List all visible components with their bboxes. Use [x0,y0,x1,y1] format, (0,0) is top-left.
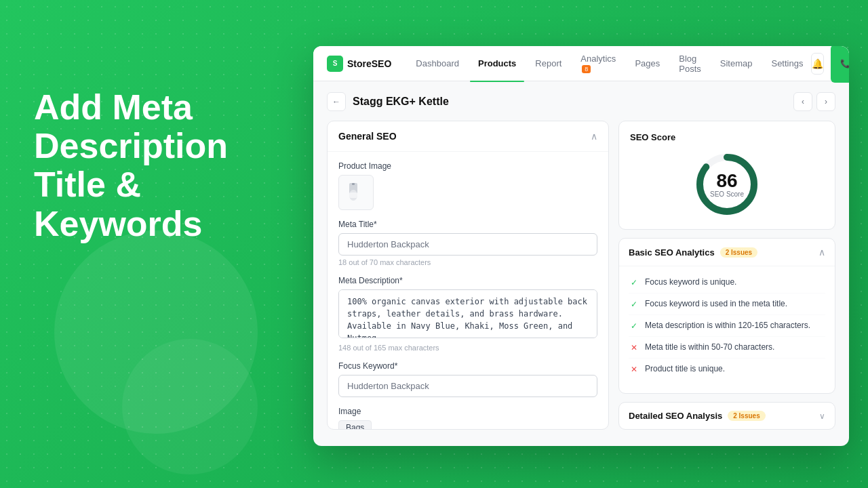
logo-text: StoreSEO [347,58,391,69]
bg-circle-2 [122,339,258,474]
detailed-title-row: Detailed SEO Analysis 2 Issues [629,411,766,421]
analytics-body: ✓ Focus keyword is unique. ✓ Focus keywo… [619,266,835,385]
meta-description-char-count: 148 out of 165 max characters [338,344,597,352]
image-label: Image [338,407,597,416]
panel-collapse-toggle[interactable]: ∧ [591,131,597,142]
logo-icon: S [327,56,343,72]
check-item-2: ✓ Focus keyword is used in the meta titl… [629,293,825,315]
score-circle: 86 SEO Score [693,150,761,218]
meta-title-char-count: 18 out of 70 max characters [338,258,597,266]
check-item-5: ✕ Product title is unique. [629,359,825,380]
check-icon-5: ✕ [629,364,639,375]
score-text: 86 SEO Score [693,150,761,218]
meta-description-label: Meta Description* [338,276,597,285]
seo-score-title: SEO Score [630,132,824,142]
check-item-3: ✓ Meta description is within 120-165 cha… [629,315,825,337]
nav-items: Dashboard Products Report Analytics 8 Pa… [408,49,811,78]
page-header-left: ← Stagg EKG+ Kettle [327,92,449,111]
check-icon-3: ✓ [629,321,639,331]
image-tag: Bags [338,420,372,430]
product-image-group: Product Image [338,161,597,210]
product-image-icon [344,180,368,205]
meta-title-input[interactable] [338,233,597,256]
score-number: 86 [716,171,737,190]
meta-title-label: Meta Title* [338,220,597,229]
nav-item-analytics[interactable]: Analytics 8 [572,49,624,78]
nav-item-sitemap[interactable]: Sitemap [712,54,761,73]
page-header-right: ‹ › [793,92,835,111]
svg-rect-1 [352,183,355,185]
check-text-5: Product title is unique. [645,363,725,375]
analytics-badge: 8 [582,65,591,73]
hero-text: Add Meta Description Title & Keywords [34,88,292,243]
detailed-seo-panel: Detailed SEO Analysis 2 Issues ∨ [618,402,835,430]
analytics-issues-badge: 2 Issues [720,247,757,258]
nav-right: 🔔 📞 Talk To SEO Expert [811,46,849,83]
focus-keyword-label: Focus Keyword* [338,361,597,371]
check-icon-1: ✓ [629,277,639,288]
general-seo-body: Product Image Meta Title* [328,152,608,430]
check-icon-4: ✕ [629,342,639,353]
meta-description-group: Meta Description* 100% organic canvas ex… [338,276,597,352]
content-area: ← Stagg EKG+ Kettle ‹ › General SEO ∧ Pr… [313,81,849,446]
detailed-chevron-icon[interactable]: ∨ [819,411,825,421]
nav-item-settings[interactable]: Settings [763,54,811,73]
product-image-thumb[interactable] [338,175,374,210]
nav-item-products[interactable]: Products [470,54,524,73]
two-col-layout: General SEO ∧ Product Image [327,121,835,430]
back-button[interactable]: ← [327,92,346,111]
right-panels: SEO Score 86 SEO Score [618,121,835,430]
check-text-2: Focus keyword is used in the meta title. [645,298,787,310]
focus-keyword-group: Focus Keyword* [338,361,597,397]
hero-headline: Add Meta Description Title & Keywords [34,88,292,243]
analytics-collapse-toggle[interactable]: ∧ [818,247,825,258]
check-icon-2: ✓ [629,299,639,310]
nav-item-dashboard[interactable]: Dashboard [408,54,467,73]
seo-score-panel: SEO Score 86 SEO Score [618,121,835,230]
analytics-title-row: Basic SEO Analytics 2 Issues [629,247,757,258]
page-header: ← Stagg EKG+ Kettle ‹ › [327,92,835,111]
general-seo-panel: General SEO ∧ Product Image [327,121,609,430]
general-seo-title: General SEO [338,131,397,142]
nav-logo: S StoreSEO [327,56,391,72]
check-item-1: ✓ Focus keyword is unique. [629,272,825,293]
top-nav: S StoreSEO Dashboard Products Report Ana… [313,46,849,81]
check-item-4: ✕ Meta title is within 50-70 characters. [629,337,825,359]
analytics-title: Basic SEO Analytics [629,247,715,258]
meta-title-group: Meta Title* 18 out of 70 max characters [338,220,597,266]
detailed-seo-header[interactable]: Detailed SEO Analysis 2 Issues ∨ [619,403,835,429]
product-image-label: Product Image [338,161,597,171]
score-circle-wrapper: 86 SEO Score [630,150,824,218]
nav-item-pages[interactable]: Pages [627,54,668,73]
phone-icon: 📞 [840,59,849,68]
page-title: Stagg EKG+ Kettle [353,96,449,108]
general-seo-header: General SEO ∧ [328,121,608,152]
score-label-text: SEO Score [710,190,744,198]
talk-to-expert-button[interactable]: 📞 Talk To SEO Expert [831,46,849,83]
check-text-1: Focus keyword is unique. [645,277,736,288]
nav-item-report[interactable]: Report [527,54,570,73]
app-window: S StoreSEO Dashboard Products Report Ana… [313,46,849,446]
focus-keyword-input[interactable] [338,375,597,397]
image-group: Image Bags [338,407,597,430]
svg-rect-3 [349,192,357,198]
meta-description-textarea[interactable]: 100% organic canvas exterior with adjust… [338,289,597,338]
check-text-4: Meta title is within 50-70 characters. [645,342,774,353]
nav-item-blog-posts[interactable]: Blog Posts [671,49,709,78]
detailed-issues-badge: 2 Issues [728,411,765,421]
check-text-3: Meta description is within 120-165 chara… [645,320,810,331]
notification-bell[interactable]: 🔔 [811,53,824,75]
prev-arrow[interactable]: ‹ [793,92,812,111]
analytics-header: Basic SEO Analytics 2 Issues ∧ [619,239,835,266]
basic-analytics-panel: Basic SEO Analytics 2 Issues ∧ ✓ Focus k… [618,238,835,394]
next-arrow[interactable]: › [816,92,835,111]
detailed-seo-title: Detailed SEO Analysis [629,411,722,421]
